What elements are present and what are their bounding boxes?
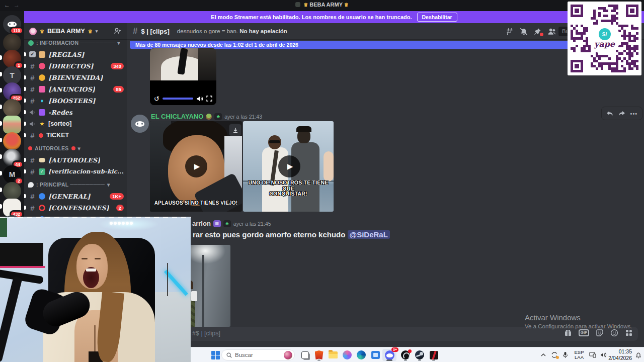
tray-mic-icon[interactable] bbox=[560, 347, 570, 362]
replay-icon[interactable]: ↺ bbox=[154, 95, 159, 103]
user-mention[interactable]: @SiDeRaL bbox=[348, 230, 390, 239]
edge-app[interactable] bbox=[355, 349, 367, 361]
download-button[interactable] bbox=[229, 124, 242, 136]
running-indicator bbox=[418, 359, 421, 361]
glitch-line bbox=[0, 217, 191, 218]
tray-network-icon[interactable] bbox=[588, 347, 598, 362]
channel-ticket[interactable]: # TICKET bbox=[29, 130, 124, 140]
play-button[interactable]: ▶ bbox=[185, 155, 207, 177]
server-icon[interactable] bbox=[3, 99, 21, 117]
channel-badge: 1K+ bbox=[110, 193, 124, 200]
tray-volume-icon[interactable] bbox=[599, 347, 608, 362]
apps-icon[interactable] bbox=[625, 329, 633, 337]
category-principal[interactable]: : PRINCIPAL ───────── ▾ bbox=[28, 181, 123, 188]
message-header: EL CHICLAYANO ♣ ayer a las 21:43 bbox=[151, 113, 262, 120]
server-icon[interactable] bbox=[3, 182, 21, 200]
pinned-messages-icon[interactable] bbox=[533, 27, 542, 36]
channel-redes[interactable]: -Redes bbox=[29, 107, 124, 117]
obs-app[interactable] bbox=[399, 349, 412, 361]
channel-confesiones[interactable]: # [CONFESIONES] 2 bbox=[29, 203, 124, 213]
server-icon[interactable]: T bbox=[3, 66, 21, 84]
star-emoji: ★ bbox=[39, 121, 45, 127]
server-header[interactable]: ♛ BEBA ARMY ♛ ▾ bbox=[24, 23, 127, 40]
channel-label: [DIRECTOS] bbox=[48, 62, 94, 70]
brave-app[interactable] bbox=[313, 349, 325, 361]
channel-label: [REGLAS] bbox=[48, 51, 85, 58]
channel-verificacion[interactable]: # ✓ [verificacion-sub-kic...] bbox=[29, 166, 124, 176]
server-icon[interactable]: 1 bbox=[3, 50, 21, 68]
topic-text: desnudos o gore = ban. bbox=[177, 28, 238, 34]
streamer-mode-banner: El modo Streamer está habilitado. Los no… bbox=[24, 11, 644, 23]
file-explorer-app[interactable] bbox=[327, 349, 339, 361]
notification-bell[interactable] bbox=[634, 347, 643, 362]
sticker-icon[interactable] bbox=[596, 329, 604, 337]
copilot-app[interactable] bbox=[341, 349, 353, 361]
edge-icon bbox=[357, 350, 366, 359]
channel-label: TICKET bbox=[46, 132, 69, 139]
discord-home-button[interactable]: 110 bbox=[3, 15, 21, 33]
forward-icon[interactable] bbox=[618, 111, 625, 117]
username[interactable]: EL CHICLAYANO bbox=[151, 113, 203, 120]
video-attachment[interactable]: ▶ APLAUSOS SI NO TIENES VIEJO! bbox=[150, 121, 242, 212]
channel-directos[interactable]: # [DIRECTOS] 340 bbox=[29, 61, 124, 71]
disable-streamer-button[interactable]: Deshabilitar bbox=[417, 13, 457, 22]
windows-logo-icon bbox=[211, 351, 220, 359]
more-icon[interactable]: ••• bbox=[630, 111, 638, 117]
tray-chevron[interactable] bbox=[539, 347, 547, 362]
server-icon[interactable]: 44 bbox=[3, 149, 21, 167]
notifications-off-icon[interactable] bbox=[519, 27, 528, 36]
threads-icon[interactable] bbox=[505, 27, 514, 36]
green-corner bbox=[0, 218, 7, 237]
bone-emoji bbox=[39, 158, 45, 162]
channel-bienvenida[interactable]: # [BIENVENIDA] bbox=[29, 72, 124, 82]
channel-anuncios[interactable]: # [ANUNCIOS] 85 bbox=[29, 84, 124, 94]
channel-topic[interactable]: desnudos o gore = ban. No hay apelación bbox=[177, 28, 287, 34]
server-icon[interactable] bbox=[3, 34, 21, 52]
play-button[interactable]: ▶ bbox=[278, 155, 300, 177]
language-indicator[interactable]: ESPLAA bbox=[573, 347, 586, 362]
members-icon[interactable] bbox=[547, 27, 556, 36]
message-text: rar esto pues gordo amorfo eterno kchudo… bbox=[193, 230, 390, 239]
channel-autoroles[interactable]: # [AUTOROLES] bbox=[29, 155, 124, 165]
channel-boosters[interactable]: # ♦ [BOOSTERS] bbox=[29, 96, 124, 106]
fullscreen-icon[interactable] bbox=[206, 96, 212, 102]
category-informacion[interactable]: : INFORMACION ───────── ▾ bbox=[28, 39, 123, 46]
game-launcher-app[interactable] bbox=[428, 349, 440, 361]
server-icon[interactable]: 432 bbox=[3, 199, 21, 217]
progress-bar[interactable] bbox=[163, 98, 193, 100]
clock[interactable]: 01:352/04/2026 bbox=[609, 347, 632, 362]
invite-people-icon[interactable] bbox=[114, 27, 122, 35]
video-player[interactable]: ↺ bbox=[150, 48, 216, 105]
category-autoroles[interactable]: AUTOROLES ▾ bbox=[28, 145, 123, 152]
volume-icon[interactable] bbox=[196, 96, 203, 102]
steam-app[interactable] bbox=[414, 349, 426, 361]
start-button[interactable] bbox=[209, 349, 221, 361]
server-icon[interactable] bbox=[3, 132, 21, 150]
taskbar-search[interactable]: Buscar bbox=[221, 349, 295, 360]
channel-reglas[interactable]: ✓ [REGLAS] bbox=[29, 49, 124, 59]
gif-button[interactable]: GIF bbox=[579, 329, 589, 336]
tray-sync-icon[interactable] bbox=[549, 347, 559, 362]
unread-dot bbox=[24, 206, 26, 210]
task-view-button[interactable] bbox=[299, 349, 311, 361]
store-app[interactable] bbox=[369, 349, 381, 361]
reply-icon[interactable] bbox=[606, 111, 613, 117]
video-attachment[interactable]: ▶ UNO DE NOSOTROS TE TIENE QUE CONQUISTA… bbox=[243, 121, 334, 212]
hash-icon: # bbox=[29, 62, 36, 70]
discord-app-active[interactable]: 3+ bbox=[382, 349, 396, 361]
server-icon[interactable]: M2 bbox=[3, 165, 21, 184]
mic-arm bbox=[0, 269, 44, 284]
input-icons: GIF bbox=[564, 329, 633, 337]
username[interactable]: arrion bbox=[192, 220, 211, 227]
unread-pill bbox=[0, 121, 2, 126]
running-indicator bbox=[404, 359, 407, 361]
avatar[interactable] bbox=[131, 115, 149, 133]
wave-emoji bbox=[39, 74, 45, 81]
channel-general[interactable]: # [GENERAL] 1K+ bbox=[29, 191, 124, 201]
server-icon[interactable]: 252 bbox=[3, 82, 21, 101]
server-icon[interactable] bbox=[3, 116, 21, 134]
channel-sorteo[interactable]: ★ [sorteo] bbox=[29, 119, 124, 129]
emoji-icon[interactable] bbox=[610, 329, 618, 337]
activate-windows-watermark: Activar Windows bbox=[525, 313, 581, 322]
gift-icon[interactable] bbox=[564, 329, 572, 337]
